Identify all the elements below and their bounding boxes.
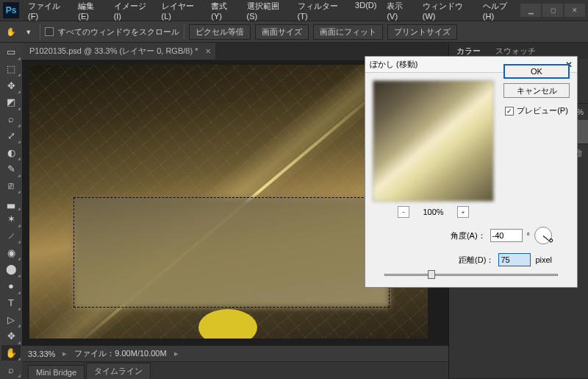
cancel-button[interactable]: キャンセル xyxy=(503,83,570,98)
move-tool[interactable]: ▭ xyxy=(1,44,21,60)
dialog-body: OK キャンセル ✓ プレビュー(P) － 100% ＋ 角度(A)： ° 距離… xyxy=(365,73,577,287)
menu-view[interactable]: 表示(V) xyxy=(382,0,416,24)
distance-unit: pixel xyxy=(535,255,552,264)
distance-label: 距離(D)： xyxy=(459,255,494,266)
menu-select[interactable]: 選択範囲(S) xyxy=(243,0,292,24)
quick-select-tool[interactable]: ◩ xyxy=(1,94,21,110)
toolbox: ▭ ⬚ ✥ ◩ ⌕ ⤢ ◐ ✎ ⎚ ▃ ✶ ⟋ ◉ ⬤ ● T ▷ ✥ ✋ ⌕ xyxy=(0,43,22,379)
stamp-tool[interactable]: ⎚ xyxy=(1,178,21,194)
menu-window[interactable]: ウィンドウ(W) xyxy=(418,0,477,24)
menu-type[interactable]: 書式(Y) xyxy=(207,0,240,24)
healing-tool[interactable]: ◐ xyxy=(1,144,21,160)
blur-tool[interactable]: ◉ xyxy=(1,244,21,261)
distance-slider[interactable] xyxy=(384,269,558,280)
crop-tool[interactable]: ⌕ xyxy=(1,111,21,127)
menu-filter[interactable]: フィルター(T) xyxy=(293,0,350,24)
menu-layer[interactable]: レイヤー(L) xyxy=(157,0,206,24)
scroll-all-checkbox[interactable] xyxy=(45,27,54,36)
slider-track xyxy=(384,274,558,276)
dialog-title: ぼかし (移動) xyxy=(370,59,417,70)
status-bar: 33.33% ▸ ファイル：9.00M/10.00M ▸ xyxy=(22,345,448,361)
type-tool[interactable]: T xyxy=(1,295,21,311)
eyedropper-tool[interactable]: ⤢ xyxy=(1,128,21,144)
marquee-tool[interactable]: ⬚ xyxy=(1,61,21,77)
zoom-tool[interactable]: ⌕ xyxy=(1,361,21,378)
restore-button[interactable]: ◻ xyxy=(542,4,563,17)
filter-preview[interactable] xyxy=(373,80,494,202)
options-bar: ✋ ▾ すべてのウィンドウをスクロール ピクセル等倍 画面サイズ 画面にフィット… xyxy=(0,21,588,43)
eraser-tool[interactable]: ✶ xyxy=(1,211,21,227)
tab-timeline[interactable]: タイムライン xyxy=(86,363,151,379)
fit-screen-button[interactable]: 画面サイズ xyxy=(255,24,309,40)
path-select-tool[interactable]: ▷ xyxy=(1,311,21,327)
lasso-tool[interactable]: ✥ xyxy=(1,77,21,93)
brush-tool[interactable]: ✎ xyxy=(1,161,21,177)
status-zoom[interactable]: 33.33% xyxy=(28,350,55,358)
separator xyxy=(40,24,40,40)
angle-input[interactable] xyxy=(490,229,523,242)
zoom-in-icon[interactable]: ＋ xyxy=(457,206,469,218)
dodge-tool[interactable]: ⬤ xyxy=(1,261,21,277)
fit-on-screen-button[interactable]: 画面にフィット xyxy=(313,24,383,40)
angle-row: 角度(A)： ° xyxy=(373,227,570,244)
history-brush-tool[interactable]: ▃ xyxy=(1,194,21,210)
distance-input[interactable] xyxy=(498,253,531,266)
tool-preset-dropdown-icon[interactable]: ▾ xyxy=(22,25,35,38)
degree-symbol: ° xyxy=(527,231,530,240)
hand-tool[interactable]: ✋ xyxy=(1,345,21,361)
shape-tool[interactable]: ✥ xyxy=(1,328,21,344)
print-size-button[interactable]: プリントサイズ xyxy=(387,24,457,40)
dialog-buttons: OK キャンセル ✓ プレビュー(P) xyxy=(503,64,570,116)
window-controls: ▁ ◻ ✕ xyxy=(520,4,585,17)
document-tab[interactable]: P1020135.psd @ 33.3% (レイヤー 0, RGB/8) * ✕ xyxy=(22,43,215,60)
menu-help[interactable]: ヘルプ(H) xyxy=(478,0,520,24)
zoom-level: 100% xyxy=(423,208,443,216)
separator xyxy=(184,24,184,40)
distance-row: 距離(D)： pixel xyxy=(373,253,570,266)
zoom-out-icon[interactable]: － xyxy=(398,206,409,218)
menubar: ファイル(F) 編集(E) イメージ(I) レイヤー(L) 書式(Y) 選択範囲… xyxy=(24,0,520,24)
app-logo: Ps xyxy=(3,2,19,18)
menu-3d[interactable]: 3D(D) xyxy=(351,0,381,24)
scroll-all-label: すべてのウィンドウをスクロール xyxy=(58,26,179,38)
status-file-info: ファイル：9.00M/10.00M xyxy=(74,348,166,359)
hand-tool-icon: ✋ xyxy=(4,25,18,38)
menu-edit[interactable]: 編集(E) xyxy=(74,0,107,24)
document-tab-label: P1020135.psd @ 33.3% (レイヤー 0, RGB/8) * xyxy=(29,46,198,57)
preview-zoom-controls: － 100% ＋ xyxy=(373,206,494,218)
selection-marquee xyxy=(74,197,390,308)
actual-pixels-button[interactable]: ピクセル等倍 xyxy=(189,24,251,40)
menu-file[interactable]: ファイル(F) xyxy=(24,0,72,24)
slider-thumb[interactable] xyxy=(428,270,435,279)
document-close-icon[interactable]: ✕ xyxy=(205,47,211,55)
gradient-tool[interactable]: ⟋ xyxy=(1,228,21,244)
motion-blur-dialog: ぼかし (移動) ✕ OK キャンセル ✓ プレビュー(P) － 100% ＋ … xyxy=(365,56,578,288)
close-button[interactable]: ✕ xyxy=(564,4,585,17)
ok-button[interactable]: OK xyxy=(503,64,570,79)
minimize-button[interactable]: ▁ xyxy=(520,4,541,17)
preview-checkbox-label: プレビュー(P) xyxy=(517,105,568,116)
preview-checkbox[interactable]: ✓ xyxy=(505,107,514,116)
menu-image[interactable]: イメージ(I) xyxy=(110,0,156,24)
titlebar: Ps ファイル(F) 編集(E) イメージ(I) レイヤー(L) 書式(Y) 選… xyxy=(0,0,588,21)
angle-dial[interactable] xyxy=(534,227,552,244)
pen-tool[interactable]: ● xyxy=(1,278,21,294)
bottom-tabs: Mini Bridge タイムライン xyxy=(22,361,448,379)
angle-label: 角度(A)： xyxy=(451,230,486,241)
tab-minibridge[interactable]: Mini Bridge xyxy=(28,365,85,379)
